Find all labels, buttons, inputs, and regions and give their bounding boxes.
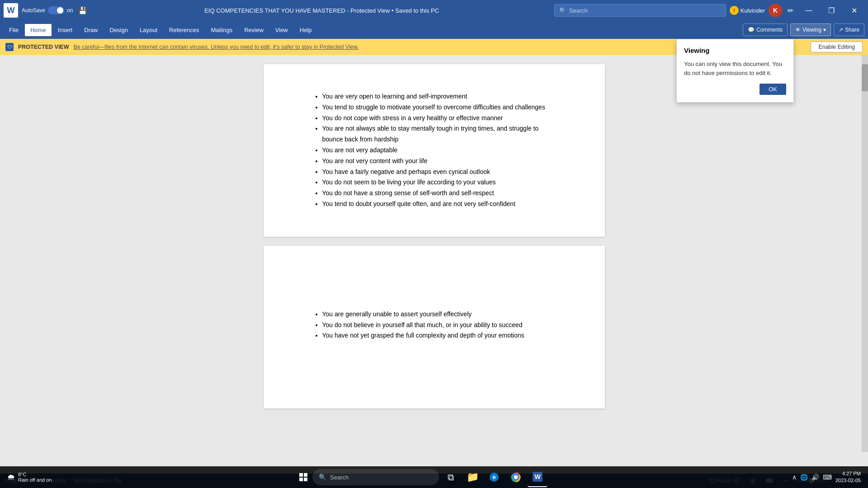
weather-info: 8°C Rain off and on — [18, 472, 52, 483]
shield-icon: 🛡 — [5, 43, 14, 51]
page2-list: You are generally unable to assert yours… — [313, 309, 555, 341]
tab-insert[interactable]: Insert — [52, 24, 78, 36]
start-button[interactable] — [296, 470, 311, 484]
svg-rect-0 — [299, 473, 303, 477]
ok-button[interactable]: OK — [760, 84, 786, 95]
task-view-button[interactable]: ⧉ — [441, 467, 461, 487]
minimize-button[interactable]: — — [798, 3, 819, 18]
keyboard-icon[interactable]: ⌨ — [823, 474, 832, 481]
close-button[interactable]: ✕ — [844, 3, 864, 18]
weather-desc: Rain off and on — [18, 477, 52, 483]
list-item: You are not very adaptable — [322, 145, 555, 156]
tab-review[interactable]: Review — [239, 24, 269, 36]
popup-body: You can only view this document. You do … — [684, 60, 786, 77]
tab-mailings[interactable]: Mailings — [206, 24, 238, 36]
comments-label: Comments — [756, 27, 783, 33]
svg-text:e: e — [492, 474, 495, 480]
search-bar[interactable]: 🔍 Search — [554, 4, 726, 17]
tab-view[interactable]: View — [270, 24, 293, 36]
word-logo: W — [4, 3, 18, 18]
svg-rect-1 — [304, 473, 307, 477]
search-icon: 🔍 — [559, 7, 566, 14]
list-item: You do not cope with stress in a very he… — [322, 113, 555, 124]
file-explorer-button[interactable]: 📁 — [462, 467, 482, 487]
tab-layout[interactable]: Layout — [134, 24, 163, 36]
comment-icon: 💬 — [748, 27, 755, 33]
taskbar: 🌧 8°C Rain off and on 🔍 Search ⧉ 📁 — [0, 466, 868, 488]
tab-draw[interactable]: Draw — [79, 24, 103, 36]
document-page-1: You are very open to learning and self-i… — [264, 64, 605, 237]
list-item: You are not always able to stay mentally… — [322, 123, 555, 145]
word-taskbar-button[interactable]: W — [528, 467, 547, 487]
ribbon: File Home Insert Draw Design Layout Refe… — [0, 21, 868, 39]
list-item: You are very open to learning and self-i… — [322, 91, 555, 102]
ribbon-right: 💬 Comments 👁 Viewing ▾ ↗ Share — [743, 23, 864, 36]
share-icon: ↗ — [839, 27, 843, 33]
popup-title: Viewing — [684, 47, 786, 54]
svg-rect-2 — [299, 478, 303, 481]
network-icon[interactable]: 🌐 — [800, 474, 808, 481]
document-title: EIQ COMPETENCIES THAT YOU HAVE MASTERED … — [93, 7, 550, 14]
document-scrollbar[interactable] — [862, 55, 868, 452]
svg-point-7 — [514, 475, 518, 479]
save-button[interactable]: 💾 — [76, 4, 89, 17]
restore-button[interactable]: ❐ — [821, 3, 842, 18]
taskbar-search[interactable]: 🔍 Search — [312, 469, 439, 485]
tab-help[interactable]: Help — [294, 24, 317, 36]
clock-time: 4:27 PM — [835, 470, 861, 477]
protected-view-message[interactable]: Be careful—files from the Internet can c… — [74, 44, 359, 50]
clock-date: 2023-02-05 — [835, 477, 861, 484]
svg-rect-3 — [304, 478, 307, 481]
list-item: You do not seem to be living your life a… — [322, 177, 555, 188]
weather-widget: 🌧 8°C Rain off and on — [7, 472, 52, 483]
share-button[interactable]: ↗ Share — [834, 23, 864, 36]
viewing-button[interactable]: 👁 Viewing ▾ — [790, 23, 831, 36]
user-avatar[interactable]: K — [769, 4, 782, 17]
taskbar-search-icon: 🔍 — [319, 474, 326, 481]
title-bar: W AutoSave on 💾 EIQ COMPETENCIES THAT YO… — [0, 0, 868, 21]
list-item: You tend to struggle to motivate yoursel… — [322, 102, 555, 113]
autosave-label: AutoSave — [22, 7, 45, 14]
autosave-area: AutoSave on — [22, 6, 73, 14]
viewing-popup: Viewing You can only view this document.… — [676, 39, 794, 103]
folder-icon: 📁 — [467, 471, 479, 483]
pen-button[interactable]: ✏ — [784, 4, 797, 17]
document-page-2: You are generally unable to assert yours… — [264, 246, 605, 408]
tab-design[interactable]: Design — [104, 24, 133, 36]
list-item: You do not have a strong sense of self-w… — [322, 188, 555, 199]
chrome-button[interactable] — [506, 467, 526, 487]
chevron-down-icon: ▾ — [823, 27, 826, 33]
autosave-toggle[interactable] — [48, 6, 64, 14]
taskbar-right: ∧ 🌐 🔊 ⌨ 4:27 PM 2023-02-05 — [792, 470, 861, 484]
list-item: You are generally unable to assert yours… — [322, 309, 555, 320]
task-view-icon: ⧉ — [448, 472, 454, 483]
list-item: You have a fairly negative and perhaps e… — [322, 167, 555, 178]
list-item: You have not yet grasped the full comple… — [322, 330, 555, 341]
search-placeholder: Search — [569, 7, 588, 14]
share-label: Share — [845, 27, 859, 33]
tab-home[interactable]: Home — [25, 24, 52, 36]
title-bar-actions: ! Kulvinder K ✏ — ❐ ✕ — [730, 3, 864, 18]
comments-button[interactable]: 💬 Comments — [743, 23, 788, 36]
weather-temp: 8°C — [18, 472, 52, 477]
protected-view-label: PROTECTED VIEW — [18, 44, 69, 50]
list-item: You do not believe in yourself all that … — [322, 320, 555, 331]
weather-icon: 🌧 — [7, 473, 15, 482]
svg-text:W: W — [534, 473, 541, 480]
tab-references[interactable]: References — [164, 24, 204, 36]
eye-icon: 👁 — [795, 27, 801, 33]
warning-icon: ! — [730, 6, 739, 15]
user-name: Kulvinder — [741, 7, 765, 14]
system-clock[interactable]: 4:27 PM 2023-02-05 — [835, 470, 861, 484]
speaker-icon[interactable]: 🔊 — [811, 474, 819, 481]
page1-list: You are very open to learning and self-i… — [313, 91, 555, 210]
autosave-state: on — [67, 7, 73, 14]
list-item: You are not very content with your life — [322, 156, 555, 167]
taskbar-search-placeholder: Search — [330, 474, 349, 481]
tray-arrow-icon[interactable]: ∧ — [792, 474, 797, 481]
edge-button[interactable]: e — [484, 467, 504, 487]
tab-file[interactable]: File — [4, 24, 24, 36]
scroll-thumb[interactable] — [862, 64, 868, 91]
enable-editing-button[interactable]: Enable Editing — [811, 42, 863, 52]
document-area: You are very open to learning and self-i… — [0, 55, 868, 474]
